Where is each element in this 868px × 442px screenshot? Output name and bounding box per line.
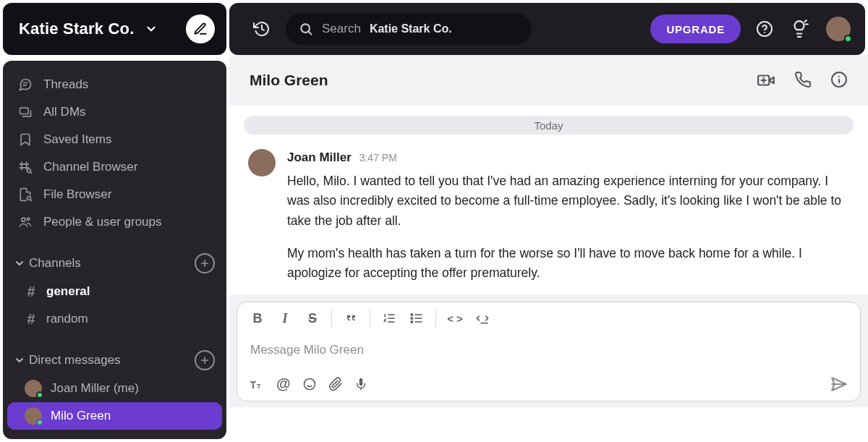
file-browser-icon <box>17 187 33 203</box>
hash-icon: # <box>25 311 38 328</box>
message-avatar[interactable] <box>248 149 276 177</box>
svg-point-38 <box>411 314 413 316</box>
attach-button[interactable] <box>328 377 343 391</box>
nav-channel-browser[interactable]: Channel Browser <box>3 153 226 181</box>
nav-label: Threads <box>43 77 88 92</box>
search-placeholder-workspace: Katie Stark Co. <box>370 22 452 35</box>
ordered-list-button[interactable] <box>380 310 398 327</box>
svg-point-40 <box>411 321 413 323</box>
nav-label: Saved Items <box>43 132 112 147</box>
bold-button[interactable]: B <box>249 310 266 327</box>
help-button[interactable] <box>754 18 775 40</box>
search-input[interactable]: Search Katie Stark Co. <box>286 13 532 45</box>
presence-indicator <box>844 35 852 43</box>
nav-label: File Browser <box>43 187 111 202</box>
bullet-list-button[interactable] <box>408 310 425 327</box>
left-column: Katie Stark Co. Threads All DMs <box>0 0 229 442</box>
presence-indicator <box>36 391 43 399</box>
section-label: Channels <box>29 256 81 271</box>
dms-icon <box>17 104 33 120</box>
svg-point-39 <box>411 318 413 320</box>
nav-label: All DMs <box>43 105 86 119</box>
nav-all-dms[interactable]: All DMs <box>3 98 226 126</box>
quote-button[interactable] <box>342 310 359 327</box>
conversation-title[interactable]: Milo Green <box>250 72 328 89</box>
upgrade-label: UPGRADE <box>666 23 725 35</box>
mic-button[interactable] <box>354 378 367 391</box>
whats-new-button[interactable] <box>788 18 810 40</box>
separator <box>331 310 332 327</box>
italic-button[interactable]: I <box>276 310 294 327</box>
nav-label: People & user groups <box>43 215 162 229</box>
nav-file-browser[interactable]: File Browser <box>3 181 226 208</box>
top-bar: Search Katie Stark Co. UPGRADE <box>229 3 865 55</box>
message-list: Today Joan Miller 3:47 PM Hello, Milo. I… <box>229 106 868 442</box>
svg-point-44 <box>304 378 315 389</box>
message-input[interactable]: Message Milo Green <box>249 336 848 367</box>
channel-name: general <box>46 284 90 299</box>
presence-indicator <box>36 419 43 426</box>
search-icon <box>299 22 313 36</box>
channel-general[interactable]: # general <box>3 278 226 305</box>
threads-icon <box>17 77 33 93</box>
hash-icon: # <box>25 284 38 300</box>
svg-line-20 <box>309 32 312 35</box>
svg-line-8 <box>30 172 33 174</box>
message-paragraph: My mom's health has taken a turn for the… <box>287 244 849 283</box>
mention-button[interactable]: @ <box>276 375 291 392</box>
svg-line-18 <box>262 29 264 30</box>
svg-point-11 <box>22 218 25 221</box>
message: Joan Miller 3:47 PM Hello, Milo. I wante… <box>244 148 854 283</box>
main-column: Search Katie Stark Co. UPGRADE Milo Gree… <box>229 0 868 442</box>
workspace-header[interactable]: Katie Stark Co. <box>3 3 226 55</box>
add-channel-button[interactable] <box>195 253 215 273</box>
channels-section-header[interactable]: Channels <box>3 249 226 278</box>
message-author[interactable]: Joan Miller <box>287 150 352 164</box>
svg-text:T: T <box>257 382 261 389</box>
conversation-header: Milo Green <box>229 55 868 106</box>
format-toolbar: B I S <box>249 302 848 336</box>
code-block-button[interactable] <box>474 310 491 327</box>
svg-rect-2 <box>20 108 29 114</box>
chevron-down-icon <box>10 258 29 269</box>
chevron-down-icon <box>10 354 29 366</box>
dm-milo-green[interactable]: Milo Green <box>7 402 222 430</box>
call-button[interactable] <box>794 71 812 90</box>
separator <box>435 310 436 327</box>
people-icon <box>17 214 33 230</box>
message-time: 3:47 PM <box>359 152 397 163</box>
dm-joan-miller[interactable]: Joan Miller (me) <box>7 375 222 402</box>
channel-name: random <box>46 312 88 326</box>
nav-threads[interactable]: Threads <box>3 71 226 98</box>
svg-point-12 <box>27 218 30 220</box>
svg-text:T: T <box>250 379 257 390</box>
message-paragraph: Hello, Milo. I wanted to tell you that I… <box>287 171 849 230</box>
bookmark-icon <box>17 132 33 148</box>
nav-people[interactable]: People & user groups <box>3 208 226 236</box>
send-button[interactable] <box>830 375 848 394</box>
add-video-button[interactable] <box>757 71 775 90</box>
info-button[interactable] <box>830 71 848 90</box>
search-placeholder-prefix: Search <box>322 22 361 36</box>
dm-name: Milo Green <box>51 409 111 423</box>
channel-random[interactable]: # random <box>3 305 226 333</box>
composer-box[interactable]: B I S <box>237 302 861 401</box>
user-avatar[interactable] <box>826 17 851 41</box>
section-label: Direct messages <box>29 353 121 367</box>
avatar <box>25 380 42 397</box>
compose-button[interactable] <box>186 14 215 43</box>
add-dm-button[interactable] <box>195 350 215 370</box>
dms-section-header[interactable]: Direct messages <box>3 346 226 375</box>
history-button[interactable] <box>251 18 273 40</box>
code-button[interactable]: < > <box>446 310 464 327</box>
upgrade-button[interactable]: UPGRADE <box>650 14 741 43</box>
separator <box>370 310 370 327</box>
dm-name: Joan Miller (me) <box>51 381 139 396</box>
text-format-toggle[interactable]: TT <box>249 376 265 392</box>
nav-saved[interactable]: Saved Items <box>3 126 226 153</box>
emoji-button[interactable] <box>302 377 317 391</box>
strike-button[interactable]: S <box>304 310 321 327</box>
message-input-placeholder: Message Milo Green <box>250 343 364 357</box>
svg-line-23 <box>805 20 807 22</box>
nav-label: Channel Browser <box>43 160 137 174</box>
